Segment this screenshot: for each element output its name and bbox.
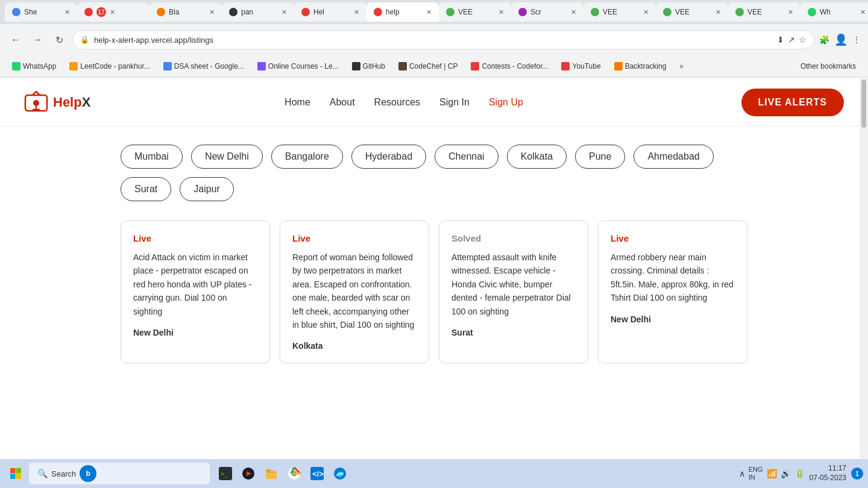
tab-wh[interactable]: Wh ✕ xyxy=(800,2,868,22)
lang-indicator[interactable]: ENGIN xyxy=(749,466,763,481)
bookmarks-more-button[interactable]: » xyxy=(675,61,688,72)
backtracking-favicon xyxy=(614,62,623,70)
city-pill-mumbai[interactable]: Mumbai xyxy=(121,145,183,169)
nav-signin[interactable]: Sign In xyxy=(439,97,470,108)
logo-text: HelpX xyxy=(53,95,90,110)
back-button[interactable]: ← xyxy=(7,31,24,48)
tab-close-active-icon[interactable]: ✕ xyxy=(426,8,432,16)
taskbar-clock[interactable]: 11:17 07-05-2023 xyxy=(810,464,846,483)
tab-close-icon[interactable]: ✕ xyxy=(571,8,576,16)
tab-she[interactable]: She ✕ xyxy=(5,2,77,22)
live-alerts-button[interactable]: LIVE ALERTS xyxy=(741,89,844,116)
tab-close-icon[interactable]: ✕ xyxy=(498,8,504,16)
bookmark-other[interactable]: Other bookmarks xyxy=(796,61,861,72)
bookmark-backtracking[interactable]: Backtracking xyxy=(609,61,671,72)
svg-rect-5 xyxy=(16,474,22,480)
notification-badge[interactable]: 1 xyxy=(851,468,863,480)
taskbar-right: ∧ ENGIN 📶 🔊 🔋 11:17 07-05-2023 1 xyxy=(739,464,863,483)
alert-status-2: Live xyxy=(292,233,417,243)
bookmark-label-contests: Contests - Codefor... xyxy=(482,62,548,70)
taskbar-app-vscode[interactable]: </> xyxy=(306,463,328,484)
tab-vee4[interactable]: VEE ✕ xyxy=(728,2,800,22)
logo[interactable]: HelpX xyxy=(24,90,90,114)
bookmark-label-backtracking: Backtracking xyxy=(625,62,667,70)
tab-close-icon[interactable]: ✕ xyxy=(110,8,115,16)
city-pill-surat[interactable]: Surat xyxy=(121,177,171,201)
tab-vee2[interactable]: VEE ✕ xyxy=(583,2,656,22)
tab-close-icon[interactable]: ✕ xyxy=(281,8,287,16)
nav-about[interactable]: About xyxy=(330,97,355,108)
bookmark-whatsapp[interactable]: WhatsApp xyxy=(7,61,61,72)
city-pill-ahmedabad[interactable]: Ahmedabad xyxy=(634,145,713,169)
download-icon[interactable]: ⬇ xyxy=(777,35,784,45)
share-icon[interactable]: ↗ xyxy=(788,35,795,45)
nav-resources[interactable]: Resources xyxy=(374,97,420,108)
start-button[interactable] xyxy=(5,463,27,484)
bookmark-github[interactable]: GitHub xyxy=(347,61,390,72)
menu-icon[interactable]: ⋮ xyxy=(852,35,861,45)
dsa-favicon xyxy=(163,62,172,70)
bookmark-other-label: Other bookmarks xyxy=(800,62,856,70)
city-pill-jaipur[interactable]: Jaipur xyxy=(180,177,234,201)
taskbar-app-terminal[interactable]: >_ xyxy=(215,463,236,484)
tab-close-icon[interactable]: ✕ xyxy=(643,8,649,16)
tab-close-icon[interactable]: ✕ xyxy=(209,8,215,16)
bookmark-contests[interactable]: Contests - Codefor... xyxy=(466,61,553,72)
city-pills: Mumbai New Delhi Bangalore Hyderabad Che… xyxy=(121,145,747,201)
nav-home[interactable]: Home xyxy=(285,97,310,108)
taskbar-app-edge[interactable] xyxy=(329,463,351,484)
taskbar-app-files[interactable] xyxy=(260,463,282,484)
taskbar-search-bar[interactable]: 🔍 Search b xyxy=(29,463,210,484)
tab-vee1[interactable]: VEE ✕ xyxy=(439,2,511,22)
city-pill-chennai[interactable]: Chennai xyxy=(435,145,498,169)
tab-close-icon[interactable]: ✕ xyxy=(715,8,721,16)
tab-close-icon[interactable]: ✕ xyxy=(64,8,70,16)
bookmark-label-github: GitHub xyxy=(363,62,385,70)
bookmark-courses[interactable]: Online Courses - Le... xyxy=(253,61,344,72)
url-text: help-x-alert-app.vercel.app/listings xyxy=(94,36,772,45)
svg-rect-2 xyxy=(10,468,16,474)
forward-button[interactable]: → xyxy=(29,31,46,48)
taskbar-app-chrome[interactable] xyxy=(283,463,305,484)
address-bar[interactable]: 🔒 help-x-alert-app.vercel.app/listings ⬇… xyxy=(72,30,814,49)
tray-up-icon[interactable]: ∧ xyxy=(739,469,745,478)
city-pill-bangalore[interactable]: Bangalore xyxy=(271,145,343,169)
nav-signup[interactable]: Sign Up xyxy=(489,97,523,108)
tab-close-icon[interactable]: ✕ xyxy=(788,8,793,16)
tab-vee3[interactable]: VEE ✕ xyxy=(656,2,728,22)
alert-status-4: Live xyxy=(611,233,735,243)
scrollbar-thumb[interactable] xyxy=(861,80,866,128)
tab-notif[interactable]: 17 ✕ xyxy=(77,2,149,22)
tab-bla[interactable]: Bla ✕ xyxy=(149,2,222,22)
volume-icon[interactable]: 🔊 xyxy=(781,469,791,478)
wifi-icon[interactable]: 📶 xyxy=(767,469,777,478)
clock-date: 07-05-2023 xyxy=(810,474,846,483)
taskbar-app-media[interactable] xyxy=(237,463,259,484)
bookmark-leetcode[interactable]: LeetCode - pankhur... xyxy=(64,61,154,72)
tab-help-active[interactable]: help ✕ xyxy=(366,2,439,22)
tab-scr[interactable]: Scr ✕ xyxy=(511,2,583,22)
media-player-icon xyxy=(242,467,255,480)
city-pill-pune[interactable]: Pune xyxy=(575,145,625,169)
extensions-icon[interactable]: 🧩 xyxy=(819,35,829,45)
bookmark-star-icon[interactable]: ☆ xyxy=(799,35,807,45)
profile-icon[interactable]: 👤 xyxy=(834,33,848,46)
tab-close-icon[interactable]: ✕ xyxy=(354,8,359,16)
tab-favicon-wh xyxy=(808,8,816,16)
alert-status-3: Solved xyxy=(451,233,576,243)
bookmark-dsa[interactable]: DSA sheet - Google... xyxy=(159,61,249,72)
bookmark-codechef[interactable]: CodeChef | CP xyxy=(394,61,463,72)
tab-hel[interactable]: Hel ✕ xyxy=(294,2,366,22)
city-pill-hyderabad[interactable]: Hyderabad xyxy=(351,145,426,169)
city-pill-newdelhi[interactable]: New Delhi xyxy=(191,145,263,169)
bookmarks-bar: WhatsApp LeetCode - pankhur... DSA sheet… xyxy=(0,55,868,77)
scrollbar[interactable] xyxy=(860,78,868,488)
bookmark-label-leetcode: LeetCode - pankhur... xyxy=(80,62,149,70)
tab-pan[interactable]: pan ✕ xyxy=(222,2,294,22)
tab-close-icon[interactable]: ✕ xyxy=(860,8,866,16)
city-pill-kolkata[interactable]: Kolkata xyxy=(507,145,567,169)
taskbar-search-b-icon[interactable]: b xyxy=(80,465,96,482)
battery-icon[interactable]: 🔋 xyxy=(794,469,805,478)
refresh-button[interactable]: ↻ xyxy=(51,31,68,48)
bookmark-youtube[interactable]: YouTube xyxy=(556,61,605,72)
